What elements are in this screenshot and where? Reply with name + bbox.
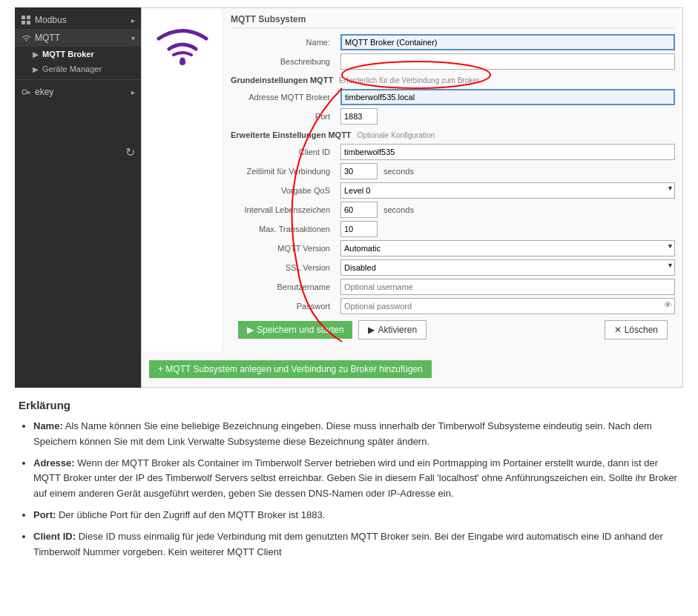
- adresse-input[interactable]: [340, 89, 675, 105]
- client-id-label: Client ID: [231, 148, 335, 156]
- erweiterte-sub: Optionale Konfiguration: [358, 131, 435, 139]
- zeitlimit-input[interactable]: [340, 163, 378, 179]
- client-id-input[interactable]: [340, 144, 675, 160]
- ssl-version-select[interactable]: Disabled TLS 1.0 TLS 1.2: [340, 259, 675, 276]
- password-eye-icon[interactable]: 👁: [664, 300, 672, 309]
- save-icon: ▶: [247, 325, 254, 335]
- save-button[interactable]: ▶ Speichern und starten: [238, 321, 352, 339]
- ssl-version-label: SSL Version: [231, 263, 335, 272]
- sidebar-item-modbus[interactable]: Modbus ▸: [15, 11, 141, 29]
- max-trans-input[interactable]: [340, 221, 378, 237]
- zeitlimit-value-row: seconds: [340, 163, 675, 179]
- explanation-name-text: Als Name können Sie eine beliebige Bezei…: [33, 420, 652, 447]
- benutzername-value-row: [340, 279, 675, 295]
- passwort-input[interactable]: [340, 298, 675, 314]
- client-id-value-row: [340, 144, 675, 160]
- action-buttons: ▶ Speichern und starten ▶ Aktivieren ✕ L…: [231, 314, 675, 345]
- explanation-port-text: Der übliche Port für den Zugriff auf den…: [59, 509, 325, 520]
- sidebar-item-ekey[interactable]: ekey ▸: [15, 83, 141, 101]
- adresse-label: Adresse MQTT Broker: [231, 93, 335, 102]
- svg-point-5: [180, 59, 185, 65]
- explanation-clientid-text: Diese ID muss einmalig für jede Verbindu…: [33, 531, 663, 557]
- vorgabe-qos-label: Vorgabe QoS: [231, 186, 335, 195]
- content-inner: MQTT Subsystem Name: Beschreibung: [142, 8, 682, 351]
- delete-label: Löschen: [625, 325, 658, 335]
- svg-point-4: [22, 90, 27, 94]
- form-grid: Name: Beschreibung Grundeinstellungen MQ…: [231, 34, 675, 314]
- sidebar-sub-label-broker: MQTT Broker: [42, 50, 94, 59]
- erweiterte-label: Erweiterte Einstellungen MQTT: [231, 130, 352, 139]
- svg-rect-3: [27, 21, 30, 24]
- explanation-clientid-term: Client ID:: [33, 531, 76, 542]
- content-box: MQTT Subsystem Name: Beschreibung: [141, 7, 683, 388]
- explanation-adresse-term: Adresse:: [33, 457, 75, 468]
- adresse-value-row: [340, 89, 675, 105]
- sidebar-item-label: Modbus: [35, 15, 67, 25]
- delete-button[interactable]: ✕ Löschen: [605, 320, 668, 340]
- sidebar-item-mqtt-label: MQTT: [35, 33, 60, 43]
- name-input[interactable]: [340, 34, 675, 50]
- benutzername-input[interactable]: [340, 279, 675, 295]
- sidebar-sub-item-mqtt-broker[interactable]: ▶ MQTT Broker: [15, 47, 141, 62]
- explanation-list: Name: Als Name können Sie eine beliebige…: [19, 419, 679, 560]
- explanation-name-term: Name:: [33, 420, 63, 431]
- beschreibung-value-row: [340, 53, 675, 70]
- explanation-title: Erklärung: [19, 399, 679, 411]
- grundeinstellungen-label: Grundeinstellungen MQTT: [231, 76, 333, 85]
- wifi-icon: [21, 33, 31, 43]
- zeitlimit-label: Zeitlimit für Verbindung: [231, 167, 335, 176]
- sidebar-sub-label-geraete: Geräte Manager: [42, 64, 102, 73]
- port-value-row: [340, 108, 675, 125]
- mqtt-version-label: MQTT Version: [231, 244, 335, 253]
- explanation-port-term: Port:: [33, 509, 56, 520]
- vorgabe-qos-select[interactable]: Level 0 Level 1 Level 2: [340, 182, 675, 199]
- max-trans-value-row: [340, 221, 675, 237]
- sidebar-item-mqtt[interactable]: MQTT ▾: [15, 29, 141, 47]
- sidebar-divider: [15, 79, 141, 80]
- grundeinstellungen-sub: Erforderlich für die Verbindung zum Brok…: [339, 76, 479, 85]
- activate-label: Aktivieren: [378, 325, 417, 335]
- passwort-value-row: 👁: [340, 298, 675, 314]
- explanation-section: Erklärung Name: Als Name können Sie eine…: [0, 388, 698, 577]
- add-label: + MQTT Subsystem anlegen und Verbindung …: [158, 364, 423, 374]
- passwort-wrapper: 👁: [340, 298, 675, 314]
- grundeinstellungen-section: Grundeinstellungen MQTT Erforderlich für…: [231, 76, 675, 85]
- refresh-icon[interactable]: ↻: [125, 145, 135, 159]
- mqtt-version-select[interactable]: Automatic 3.1 3.1.1 5.0: [340, 240, 675, 256]
- explanation-item-clientid: Client ID: Diese ID muss einmalig für je…: [33, 529, 679, 560]
- mqtt-logo-svg: [153, 19, 212, 71]
- activate-button[interactable]: ▶ Aktivieren: [358, 320, 427, 340]
- logo-column: [142, 8, 223, 351]
- explanation-item-name: Name: Als Name können Sie eine beliebige…: [33, 419, 679, 450]
- port-input[interactable]: [340, 108, 378, 125]
- passwort-label: Passwort: [231, 302, 335, 311]
- expand-icon: ▸: [131, 16, 135, 24]
- activate-icon: ▶: [368, 325, 375, 335]
- svg-rect-1: [27, 16, 30, 19]
- mqtt-subsystem-header: MQTT Subsystem: [231, 14, 675, 28]
- name-value-row: [340, 34, 675, 50]
- svg-rect-2: [22, 21, 25, 24]
- delete-icon: ✕: [614, 325, 622, 335]
- mqtt-version-value-row: Automatic 3.1 3.1.1 5.0 ▼: [340, 240, 675, 256]
- sidebar-item-ekey-label: ekey: [35, 87, 53, 97]
- key-icon: [21, 87, 31, 97]
- intervall-value-row: seconds: [340, 202, 675, 218]
- grid-icon: [21, 15, 31, 25]
- expand-ekey-icon: ▸: [131, 88, 135, 96]
- intervall-label: Intervall Lebenszeichen: [231, 205, 335, 214]
- server-icon: ▶: [33, 50, 39, 59]
- add-button-area: + MQTT Subsystem anlegen und Verbindung …: [142, 351, 682, 387]
- sidebar: Modbus ▸ MQTT ▾ ▶ MQTT Broker: [15, 7, 141, 388]
- explanation-item-adresse: Adresse: Wenn der MQTT Broker als Contai…: [33, 456, 679, 502]
- vorgabe-qos-select-wrapper: Level 0 Level 1 Level 2 ▼: [340, 182, 675, 199]
- add-mqtt-button[interactable]: + MQTT Subsystem anlegen und Verbindung …: [149, 360, 432, 378]
- sidebar-sub-item-geraete-manager[interactable]: ▶ Geräte Manager: [15, 62, 141, 76]
- beschreibung-label: Beschreibung: [231, 57, 335, 66]
- device-icon: ▶: [33, 65, 39, 73]
- intervall-unit: seconds: [383, 205, 414, 214]
- top-section: Modbus ▸ MQTT ▾ ▶ MQTT Broker: [0, 0, 698, 388]
- max-trans-label: Max. Transaktionen: [231, 225, 335, 234]
- beschreibung-input[interactable]: [340, 53, 675, 70]
- intervall-input[interactable]: [340, 202, 378, 218]
